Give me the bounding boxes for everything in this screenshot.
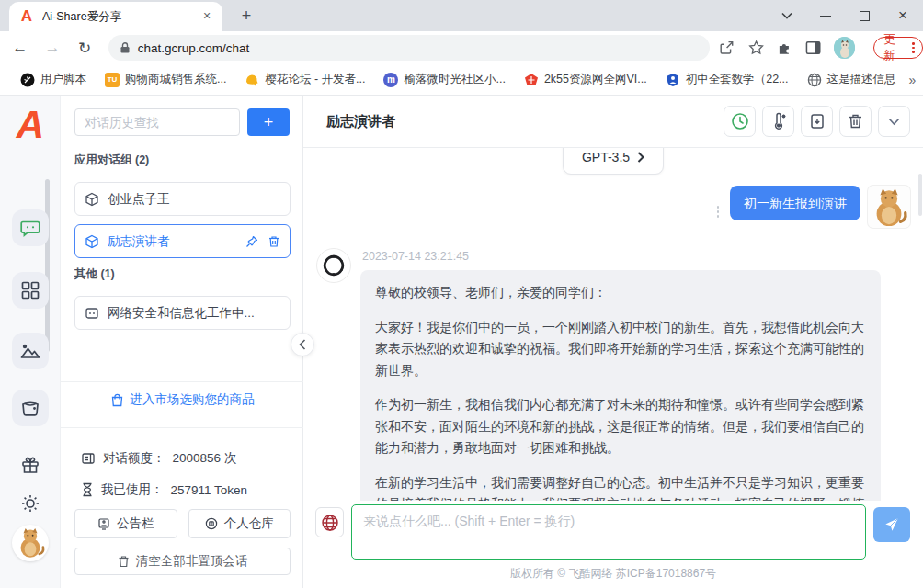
resource-site-icon xyxy=(524,73,539,87)
conversation-item[interactable]: 网络安全和信息化工作中... xyxy=(74,296,291,330)
maximize-button[interactable] xyxy=(857,8,872,23)
shop-system-icon: TU xyxy=(105,73,120,87)
quota-row: 对话额度： 2000856 次 xyxy=(81,450,236,467)
more-actions-button[interactable] xyxy=(878,106,910,137)
messages-scrollbar[interactable] xyxy=(918,174,922,216)
chevron-down-icon xyxy=(888,118,900,126)
assistant-message-row: 2023-07-14 23:21:45 尊敬的校领导、老师们，亲爱的同学们： 大… xyxy=(316,248,910,501)
lock-icon xyxy=(120,41,131,54)
conversation-item-selected[interactable]: 励志演讲者 xyxy=(74,224,291,258)
send-button[interactable] xyxy=(873,507,910,542)
bookmark-item[interactable]: 樱花论坛 - 开发者... xyxy=(239,69,370,90)
new-conversation-button[interactable]: + xyxy=(247,108,290,136)
share-icon[interactable] xyxy=(719,40,735,56)
message-list: GPT-3.5 初一新生报到演讲 2023-07-14 23:21:45 xyxy=(303,148,923,501)
forward-button[interactable]: → xyxy=(40,35,64,61)
send-plane-icon xyxy=(883,516,900,533)
tab-search-chevron-icon[interactable] xyxy=(780,8,794,23)
math-course-icon xyxy=(666,73,680,87)
browser-toolbar: ← → ↻ chat.gcrup.com/chat 更新 xyxy=(0,31,923,64)
market-link-label: 进入市场选购您的商品 xyxy=(131,391,255,408)
usage-value: 257911 Token xyxy=(171,483,248,497)
globe-icon xyxy=(807,73,822,87)
market-link[interactable]: 进入市场选购您的商品 xyxy=(61,391,303,408)
message-timestamp: 2023-07-14 23:21:45 xyxy=(362,250,881,263)
chrome-update-button[interactable]: 更新 xyxy=(873,37,923,59)
delete-chat-button[interactable] xyxy=(839,106,872,137)
warehouse-icon xyxy=(205,517,218,530)
close-button[interactable]: × xyxy=(895,8,910,23)
message-paragraph: 作为初一新生，我相信我们内心都充满了对未来的期待和憧憬。或许有些同学会感到紧张和… xyxy=(375,394,866,459)
site-favicon: A xyxy=(18,8,35,25)
new-tab-button[interactable]: + xyxy=(234,4,259,29)
user-avatar xyxy=(868,186,910,228)
bookmarks-overflow-icon[interactable]: » xyxy=(902,73,923,87)
temperature-button[interactable] xyxy=(762,106,794,137)
bookmark-star-icon[interactable] xyxy=(748,40,764,56)
community-icon: m xyxy=(383,73,398,87)
save-session-button[interactable] xyxy=(801,106,833,137)
nav-chat-icon[interactable] xyxy=(12,209,49,246)
browser-menu-icon[interactable] xyxy=(910,40,917,55)
announcement-button[interactable]: 公告栏 xyxy=(74,509,177,538)
bookmarks-bar: 用户脚本 TU 购物商城销售系统... 樱花论坛 - 开发者... m 榆落微时… xyxy=(0,64,923,96)
nav-theme-sun-icon[interactable] xyxy=(12,485,49,522)
app-root: A + 应用对话组 (2) 创业点子 xyxy=(0,96,923,588)
usage-label: 我已使用： xyxy=(101,481,164,498)
hourglass-icon xyxy=(81,482,94,497)
profile-avatar[interactable] xyxy=(834,37,855,59)
nav-gift-icon[interactable] xyxy=(12,447,49,483)
quota-label: 对话额度： xyxy=(103,450,165,467)
bookmark-item[interactable]: 初中全套数学（22... xyxy=(660,69,794,90)
clear-sessions-button[interactable]: 清空全部非置顶会话 xyxy=(74,548,291,575)
message-input[interactable] xyxy=(351,504,866,560)
conversation-item[interactable]: 创业点子王 xyxy=(74,182,291,216)
panel-divider xyxy=(61,427,303,428)
rail-scrollbar[interactable] xyxy=(45,179,50,352)
model-selector[interactable]: GPT-3.5 xyxy=(563,148,664,175)
bookmark-item[interactable]: 这是描述信息 xyxy=(802,69,902,90)
thermometer-star-icon xyxy=(769,112,788,130)
history-button[interactable] xyxy=(724,106,756,137)
app-logo: A xyxy=(0,103,61,147)
history-search-input[interactable] xyxy=(74,108,240,136)
openai-logo-icon xyxy=(322,254,346,277)
collapse-panel-button[interactable] xyxy=(291,333,314,356)
bookmark-item[interactable]: TU 购物商城销售系统... xyxy=(99,69,232,90)
url-text: chat.gcrup.com/chat xyxy=(138,41,250,55)
user-avatar[interactable] xyxy=(12,525,49,561)
nav-rail: A xyxy=(0,96,61,588)
quota-value: 2000856 次 xyxy=(173,450,237,467)
app-cube-icon xyxy=(85,234,99,249)
extensions-puzzle-icon[interactable] xyxy=(777,40,792,56)
assistant-message-bubble: 尊敬的校领导、老师们，亲爱的同学们： 大家好！我是你们中的一员，一个刚刚踏入初中… xyxy=(360,270,881,501)
nav-apps-grid-icon[interactable] xyxy=(12,272,49,309)
group-section-label: 应用对话组 (2) xyxy=(74,153,149,168)
globe-icon xyxy=(321,514,339,532)
bookmark-item[interactable]: 用户脚本 xyxy=(15,69,92,90)
tab-close-icon[interactable]: × xyxy=(199,8,215,25)
user-message-bubble: 初一新生报到演讲 xyxy=(730,186,860,220)
bookmark-item[interactable]: 2k55资源网全网VI... xyxy=(518,69,653,90)
chevron-left-icon xyxy=(299,339,306,350)
nav-gallery-icon[interactable] xyxy=(12,333,49,369)
delete-conversation-icon[interactable] xyxy=(268,235,280,248)
reload-button[interactable]: ↻ xyxy=(73,35,97,61)
side-panel-icon[interactable] xyxy=(805,40,821,56)
chevron-right-icon xyxy=(637,152,644,163)
usage-row: 我已使用： 257911 Token xyxy=(81,481,247,498)
bookmark-item[interactable]: m 榆落微时光社区小... xyxy=(378,69,510,90)
plugin-globe-button[interactable] xyxy=(315,507,344,537)
message-options-icon[interactable] xyxy=(717,206,720,218)
pin-icon[interactable] xyxy=(245,235,258,248)
back-button[interactable]: ← xyxy=(7,35,32,61)
minimize-button[interactable] xyxy=(818,8,833,23)
warehouse-button[interactable]: 个人仓库 xyxy=(188,509,291,538)
address-bar[interactable]: chat.gcrup.com/chat xyxy=(108,35,711,61)
copyright-footer: 版权所有 © 飞酷网络 苏ICP备17018867号 xyxy=(303,566,923,582)
nav-photos-icon[interactable] xyxy=(12,390,49,426)
conversation-panel: + 应用对话组 (2) 创业点子王 励志演讲者 其他 (1) 网络安全和信息化工… xyxy=(61,96,303,588)
assistant-avatar xyxy=(316,248,351,283)
browser-tab[interactable]: A Ai-Share爱分享 × xyxy=(9,2,222,31)
conversation-name: 创业点子王 xyxy=(108,191,280,208)
